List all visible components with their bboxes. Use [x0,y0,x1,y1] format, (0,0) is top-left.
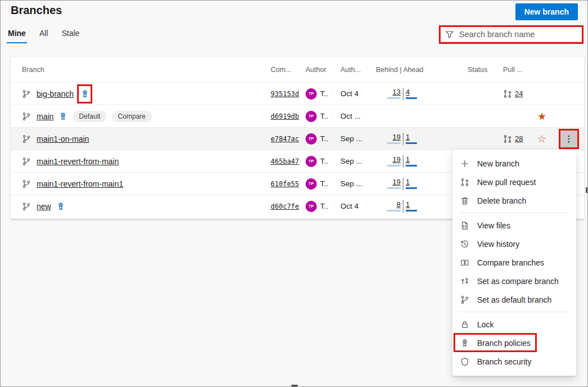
commit-link[interactable]: e7847ac [271,135,299,143]
menu-item-view-history[interactable]: View history [452,235,576,253]
branch-name-link[interactable]: new [37,202,51,211]
menu-item-set-as-compare-branch[interactable]: Set as compare branch [452,272,576,290]
menu-divider [459,312,569,312]
pull-cell [496,105,531,127]
ahead-bar [406,165,417,166]
behind-count-link[interactable]: 19 [393,133,401,141]
tab-bar: Mine All Stale [7,29,80,43]
behind-ahead: 19 1 [386,133,420,145]
branch-icon [22,157,31,166]
menu-item-new-branch[interactable]: New branch [452,154,576,173]
column-header-status[interactable]: Status [460,66,496,74]
pull-request-icon [503,89,512,98]
menu-item-lock[interactable]: Lock [452,315,576,334]
search-branch-input[interactable] [459,30,577,39]
pull-request-count-link[interactable]: 24 [515,89,523,98]
commit-link[interactable]: d60c7fe [271,202,299,210]
ahead-count-link[interactable]: 1 [406,178,410,186]
behind-count-link[interactable]: 19 [393,155,401,164]
column-header-author[interactable]: Author [306,66,340,74]
tab-all[interactable]: All [38,29,50,43]
branch-icon [22,202,31,211]
more-options-button[interactable]: ⋮ [560,130,577,147]
tab-mine[interactable]: Mine [7,29,27,43]
column-header-pull[interactable]: Pull ... [496,66,531,74]
branch-icon [460,295,469,304]
branch-policy-icon [56,202,65,211]
author-name: T.. [320,112,328,120]
commit-link[interactable]: 610fe55 [271,180,299,188]
horizontal-scrollbar-thumb[interactable] [291,385,298,386]
column-header-commit[interactable]: Com... [271,66,306,74]
branch-name-link[interactable]: big-branch [37,89,74,98]
ahead-count-link[interactable]: 1 [406,155,410,164]
more-cell [553,83,584,105]
menu-item-branch-policies[interactable]: Branch policies [452,334,576,352]
table-row-main1-on-main[interactable]: main1-on-main e7847ac TP T.. Sep ... 19 … [11,127,584,150]
trash-icon [460,196,469,205]
column-header-behind-ahead[interactable]: Behind | Ahead [376,66,460,74]
authored-date: Oct ... [340,112,361,120]
search-branch-box [441,27,582,42]
behind-ahead: 19 1 [386,178,420,190]
more-cell [553,105,584,127]
menu-item-delete-branch[interactable]: Delete branch [452,191,576,210]
behind-ahead: 8 1 [386,200,420,213]
commit-link[interactable]: 465ba47 [271,158,299,165]
status-cell [460,128,496,150]
branch-name-link[interactable]: main [37,112,53,121]
ahead-count-link[interactable]: 4 [406,88,410,96]
branch-icon [22,134,31,143]
ahead-bar [406,187,417,189]
menu-item-branch-security[interactable]: Branch security [452,352,576,371]
behind-count-link[interactable]: 19 [393,178,401,186]
favorite-star-outline-icon[interactable]: ☆ [537,134,546,144]
behind-bar [387,142,401,144]
compare-badge: Compare [111,111,151,122]
table-row-big-branch[interactable]: big-branch 935153d TP T.. Oct 4 13 4 [11,82,584,105]
behind-ahead: 13 4 [386,88,420,100]
menu-item-view-files[interactable]: View files [452,216,576,235]
column-header-branch[interactable]: Branch [11,66,271,74]
branch-icon [22,89,31,98]
ahead-count-link[interactable]: 1 [406,133,410,141]
set-compare-icon [460,277,469,286]
authored-date: Oct 4 [340,89,358,98]
author-name: T.. [320,202,328,210]
column-header-authored[interactable]: Auth... [340,66,376,74]
authored-date: Sep ... [340,179,362,188]
branches-page: { "page": { "title": "Branches" }, "head… [0,0,588,387]
policy-badge-highlight-box [77,84,92,104]
author-name: T.. [320,157,328,165]
commit-link[interactable]: 935153d [271,90,299,98]
table-header-row: Branch Com... Author Auth... Behind | Ah… [11,57,584,82]
branch-name-link[interactable]: main1-revert-from-main [37,157,119,166]
pull-request-count-link[interactable]: 28 [515,134,523,143]
tab-stale[interactable]: Stale [60,29,80,43]
avatar: TP [306,156,317,167]
branch-name-link[interactable]: main1-revert-from-main1 [37,179,123,188]
table-row-main[interactable]: main Default Compare d6919db TP T.. Oct … [11,105,584,127]
author-name: T.. [320,134,328,143]
behind-ahead [376,105,460,127]
history-icon [460,240,469,249]
branch-policy-icon [59,112,68,121]
compare-icon [460,258,469,267]
behind-count-link[interactable]: 13 [393,88,401,96]
file-code-icon [460,221,469,230]
menu-item-compare-branches[interactable]: Compare branches [452,253,576,272]
new-branch-button[interactable]: New branch [515,3,578,20]
status-cell [460,105,496,127]
page-title: Branches [11,4,62,17]
ahead-count-link[interactable]: 1 [406,200,410,209]
behind-bar [387,97,401,99]
menu-item-set-as-default-branch[interactable]: Set as default branch [452,290,576,309]
more-button-highlight-box: ⋮ [559,129,579,149]
commit-link[interactable]: d6919db [271,112,299,120]
menu-item-new-pull-request[interactable]: New pull request [452,173,576,191]
status-cell [460,83,496,105]
favorite-star-filled-icon[interactable]: ★ [537,111,546,122]
vertical-scrollbar-thumb[interactable] [586,187,587,193]
branch-name-link[interactable]: main1-on-main [37,134,89,143]
behind-count-link[interactable]: 8 [397,200,401,209]
